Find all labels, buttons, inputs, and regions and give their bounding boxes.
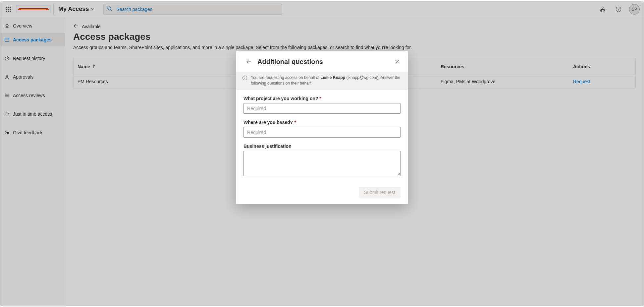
info-prefix: You are requesting access on behalf of [251, 75, 320, 80]
required-indicator: * [320, 96, 321, 101]
location-input[interactable] [243, 127, 401, 138]
dialog-close-button[interactable] [393, 57, 402, 66]
submit-button-label: Submit request [364, 190, 395, 195]
info-icon [242, 75, 247, 87]
dialog-title: Additional questions [257, 58, 389, 66]
field-project: What project are you working on? * [243, 96, 401, 114]
required-indicator: * [294, 120, 296, 125]
field-label-text: What project are you working on? [243, 96, 318, 101]
field-label-text: Business justification [243, 144, 292, 149]
back-arrow-icon [246, 59, 251, 64]
field-location: Where are you based? * [243, 120, 401, 138]
info-text: You are requesting access on behalf of L… [251, 75, 402, 87]
field-label-text: Where are you based? [243, 120, 293, 125]
modal-scrim: Additional questions You are requesting … [0, 1, 644, 306]
additional-questions-dialog: Additional questions You are requesting … [236, 51, 408, 204]
dialog-back-button[interactable] [244, 57, 253, 66]
svg-point-19 [244, 77, 245, 77]
submit-request-button[interactable]: Submit request [359, 187, 401, 198]
project-input[interactable] [243, 103, 401, 114]
justification-textarea[interactable] [243, 151, 401, 176]
field-justification: Business justification [243, 144, 401, 177]
info-person: Leslie Knapp [320, 75, 345, 80]
info-banner: You are requesting access on behalf of L… [236, 72, 408, 90]
dialog-form: What project are you working on? * Where… [236, 90, 408, 185]
close-icon [395, 59, 400, 64]
